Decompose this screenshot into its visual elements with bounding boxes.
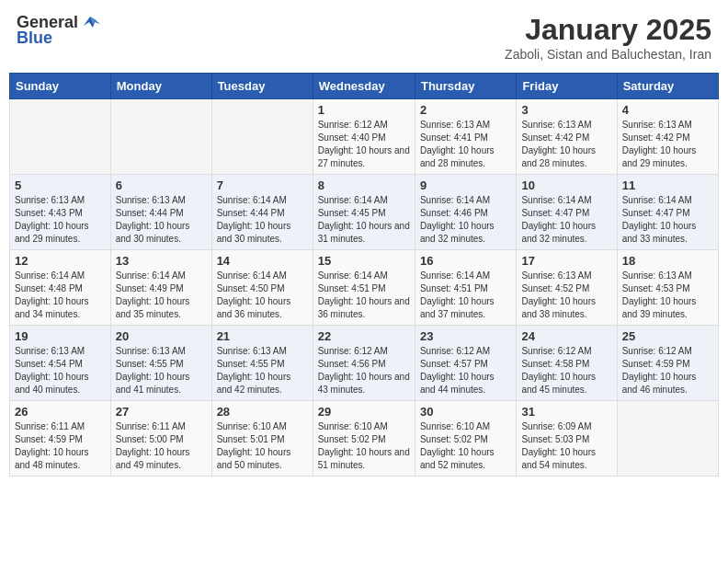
table-row: 10Sunrise: 6:14 AMSunset: 4:47 PMDayligh… [517,175,617,250]
table-row: 12Sunrise: 6:14 AMSunset: 4:48 PMDayligh… [10,250,111,326]
table-row [617,401,718,477]
day-info: Sunrise: 6:14 AMSunset: 4:45 PMDaylight:… [318,194,410,246]
day-info-line: Sunrise: 6:14 AM [217,270,287,281]
day-info-line: Daylight: 10 hours and 42 minutes. [217,372,291,395]
day-info-line: Daylight: 10 hours and 39 minutes. [622,296,697,319]
table-row: 3Sunrise: 6:13 AMSunset: 4:42 PMDaylight… [517,99,617,175]
day-info-line: Daylight: 10 hours and 45 minutes. [521,372,596,395]
day-info: Sunrise: 6:14 AMSunset: 4:51 PMDaylight:… [420,270,511,321]
day-number: 20 [116,329,207,343]
day-info-line: Sunset: 4:54 PM [15,359,83,369]
day-info-line: Daylight: 10 hours and 34 minutes. [15,296,89,319]
day-info-line: Sunrise: 6:10 AM [318,421,388,431]
day-info-line: Sunrise: 6:09 AM [521,421,591,431]
table-row: 18Sunrise: 6:13 AMSunset: 4:53 PMDayligh… [617,250,718,326]
day-info-line: Sunrise: 6:12 AM [318,346,388,356]
day-info: Sunrise: 6:14 AMSunset: 4:48 PMDaylight:… [15,270,106,321]
day-info-line: Daylight: 10 hours and 31 minutes. [318,221,410,244]
col-tuesday: Tuesday [211,74,313,99]
calendar-header-row: Sunday Monday Tuesday Wednesday Thursday… [10,74,719,99]
day-info-line: Sunset: 4:42 PM [622,132,690,143]
day-number: 10 [521,178,611,192]
day-info-line: Sunrise: 6:14 AM [521,195,591,205]
day-info: Sunrise: 6:12 AMSunset: 4:57 PMDaylight:… [420,345,511,396]
day-info-line: Daylight: 10 hours and 48 minutes. [15,447,89,470]
day-info-line: Sunrise: 6:13 AM [116,195,186,205]
day-info-line: Sunset: 4:55 PM [116,359,184,369]
day-info-line: Sunset: 4:46 PM [420,208,488,218]
day-info-line: Sunrise: 6:10 AM [420,421,490,431]
day-number: 25 [622,329,713,343]
table-row [10,99,111,175]
day-info-line: Sunset: 4:58 PM [521,359,589,369]
day-info-line: Sunset: 4:59 PM [15,434,83,444]
table-row: 1Sunrise: 6:12 AMSunset: 4:40 PMDaylight… [313,99,415,175]
day-info-line: Sunrise: 6:14 AM [420,270,490,281]
day-info-line: Daylight: 10 hours and 28 minutes. [420,145,495,168]
col-saturday: Saturday [617,74,718,99]
day-number: 19 [15,329,106,343]
day-info: Sunrise: 6:09 AMSunset: 5:03 PMDaylight:… [521,420,611,472]
table-row: 24Sunrise: 6:12 AMSunset: 4:58 PMDayligh… [517,326,617,401]
day-info-line: Sunset: 4:51 PM [318,283,386,293]
day-number: 11 [622,178,713,192]
day-info-line: Sunset: 4:42 PM [521,132,589,143]
day-info-line: Sunset: 5:03 PM [521,434,589,444]
day-info-line: Daylight: 10 hours and 30 minutes. [217,221,291,244]
day-info-line: Sunrise: 6:12 AM [420,346,490,356]
table-row: 20Sunrise: 6:13 AMSunset: 4:55 PMDayligh… [110,326,211,401]
day-info-line: Sunrise: 6:11 AM [116,421,186,431]
day-info-line: Sunset: 4:45 PM [318,208,386,218]
day-info-line: Sunset: 4:44 PM [217,208,285,218]
month-title: January 2025 [505,13,711,47]
day-info-line: Sunset: 4:51 PM [420,283,488,293]
title-section: January 2025 Zaboli, Sistan and Baluches… [505,13,711,62]
day-info-line: Sunset: 4:47 PM [622,208,690,218]
day-info-line: Daylight: 10 hours and 30 minutes. [116,221,190,244]
day-info-line: Sunset: 4:40 PM [318,132,386,143]
day-info-line: Sunset: 5:01 PM [217,434,285,444]
day-info-line: Daylight: 10 hours and 41 minutes. [116,372,190,395]
day-info-line: Sunset: 4:47 PM [521,208,589,218]
day-info-line: Daylight: 10 hours and 38 minutes. [521,296,596,319]
day-info-line: Sunrise: 6:13 AM [217,346,287,356]
day-info: Sunrise: 6:13 AMSunset: 4:44 PMDaylight:… [116,194,207,246]
day-number: 16 [420,254,511,268]
day-number: 2 [420,103,511,117]
table-row: 22Sunrise: 6:12 AMSunset: 4:56 PMDayligh… [313,326,415,401]
col-friday: Friday [517,74,617,99]
day-info-line: Sunset: 4:49 PM [116,283,184,293]
table-row: 15Sunrise: 6:14 AMSunset: 4:51 PMDayligh… [313,250,415,326]
calendar-table: Sunday Monday Tuesday Wednesday Thursday… [9,73,719,477]
day-info-line: Sunrise: 6:13 AM [116,346,186,356]
logo-blue-text: Blue [17,29,52,48]
table-row: 11Sunrise: 6:14 AMSunset: 4:47 PMDayligh… [617,175,718,250]
day-info-line: Daylight: 10 hours and 50 minutes. [217,447,291,470]
day-info-line: Sunset: 4:43 PM [15,208,83,218]
day-info-line: Sunset: 4:41 PM [420,132,488,143]
day-number: 14 [217,254,308,268]
col-sunday: Sunday [10,74,111,99]
day-info-line: Daylight: 10 hours and 35 minutes. [116,296,190,319]
day-number: 8 [318,178,410,192]
table-row: 6Sunrise: 6:13 AMSunset: 4:44 PMDaylight… [110,175,211,250]
table-row: 31Sunrise: 6:09 AMSunset: 5:03 PMDayligh… [517,401,617,477]
day-info: Sunrise: 6:13 AMSunset: 4:54 PMDaylight:… [15,345,106,396]
table-row: 30Sunrise: 6:10 AMSunset: 5:02 PMDayligh… [415,401,516,477]
day-info: Sunrise: 6:13 AMSunset: 4:55 PMDaylight:… [116,345,207,396]
day-info: Sunrise: 6:10 AMSunset: 5:01 PMDaylight:… [217,420,308,472]
day-info-line: Sunrise: 6:13 AM [521,120,591,130]
day-number: 6 [116,178,207,192]
day-number: 15 [318,254,410,268]
day-info: Sunrise: 6:11 AMSunset: 4:59 PMDaylight:… [15,420,106,472]
day-info: Sunrise: 6:10 AMSunset: 5:02 PMDaylight:… [318,420,410,472]
table-row: 5Sunrise: 6:13 AMSunset: 4:43 PMDaylight… [10,175,111,250]
table-row: 25Sunrise: 6:12 AMSunset: 4:59 PMDayligh… [617,326,718,401]
day-info-line: Sunrise: 6:12 AM [318,120,388,130]
day-info: Sunrise: 6:14 AMSunset: 4:51 PMDaylight:… [318,270,410,321]
table-row: 23Sunrise: 6:12 AMSunset: 4:57 PMDayligh… [415,326,516,401]
day-info-line: Sunrise: 6:13 AM [521,270,591,281]
day-info: Sunrise: 6:12 AMSunset: 4:58 PMDaylight:… [521,345,611,396]
logo: General Blue [17,13,100,48]
day-number: 12 [15,254,106,268]
